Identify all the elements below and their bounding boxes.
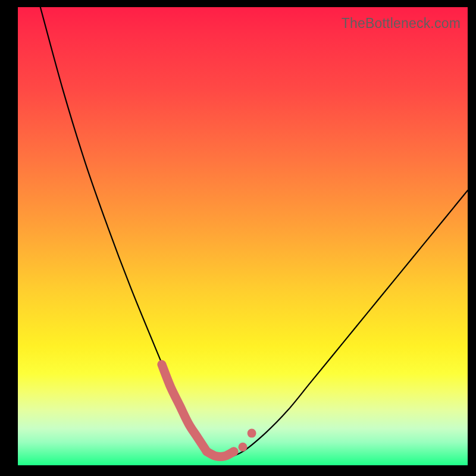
chart-svg bbox=[18, 7, 468, 465]
highlight-markers bbox=[162, 365, 256, 457]
svg-point-0 bbox=[229, 447, 238, 456]
bottleneck-curve bbox=[40, 7, 468, 459]
svg-point-1 bbox=[239, 443, 248, 452]
chart-area: TheBottleneck.com bbox=[18, 7, 468, 465]
svg-point-2 bbox=[248, 429, 256, 438]
